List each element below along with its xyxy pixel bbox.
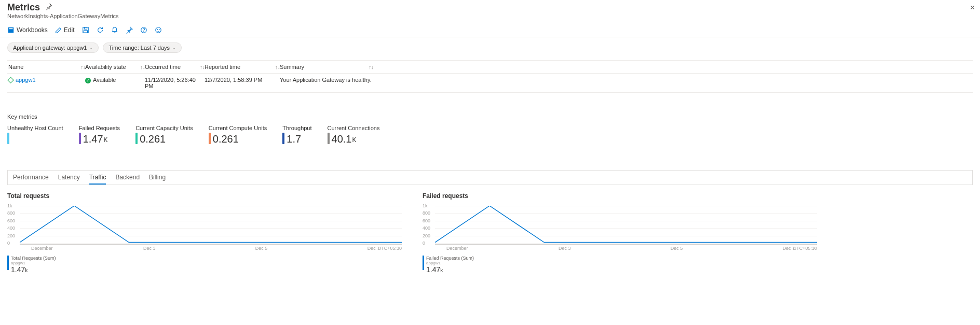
tab-traffic[interactable]: Traffic: [89, 174, 106, 185]
y-tick: 1k: [7, 203, 12, 208]
y-tick: 200: [7, 233, 15, 238]
help-icon[interactable]: [140, 26, 147, 34]
y-tick: 800: [423, 210, 430, 216]
y-tick: 0: [423, 241, 425, 246]
svg-rect-4: [84, 31, 87, 33]
table-row: appgw1 ✓Available 11/12/2020, 5:26:40 PM…: [7, 73, 973, 92]
chart-line: [435, 206, 817, 243]
y-tick: 600: [423, 218, 430, 223]
legend-bar: [423, 256, 424, 270]
metric-value: 1.7: [287, 134, 301, 144]
x-tick: Dec 5: [671, 246, 683, 251]
y-tick: 0: [7, 241, 10, 246]
x-axis: DecemberDec 3Dec 5Dec 7UTC+05:30: [20, 244, 402, 252]
metric-suffix: [11, 144, 12, 144]
metric-label: Unhealthy Host Count: [7, 125, 63, 131]
resource-table: Name↑↓ Availability state↑↓ Occurred tim…: [7, 60, 973, 93]
feedback-icon[interactable]: [155, 26, 162, 34]
metric-bar: [7, 133, 9, 144]
metric-suffix: K: [103, 136, 108, 144]
metric-suffix: [239, 144, 239, 144]
key-metrics-row: Unhealthy Host Count Failed Requests 1.4…: [0, 125, 980, 144]
sort-icon: ↑↓: [369, 64, 373, 70]
alert-icon[interactable]: [111, 26, 118, 34]
metric-value: 0.261: [140, 134, 166, 144]
workbooks-button[interactable]: Workbooks: [7, 26, 48, 34]
save-icon[interactable]: [82, 26, 89, 34]
pin-icon[interactable]: [45, 3, 52, 12]
resource-link[interactable]: appgw1: [16, 77, 36, 83]
sort-icon: ↑↓: [200, 64, 205, 70]
table-header: Name↑↓ Availability state↑↓ Occurred tim…: [7, 61, 973, 73]
chart-block: Failed requests 02004006008001k December…: [423, 192, 817, 274]
col-availability[interactable]: Availability state↑↓: [85, 64, 145, 70]
y-tick: 1k: [423, 203, 428, 208]
edit-button[interactable]: Edit: [55, 26, 75, 34]
metric-bar: [135, 133, 138, 144]
tab-billing[interactable]: Billing: [149, 174, 166, 185]
metric-card[interactable]: Current Capacity Units 0.261: [135, 125, 193, 144]
metric-value: 0.261: [213, 134, 239, 144]
tabs-container: PerformanceLatencyTrafficBackendBilling: [7, 170, 973, 185]
metric-card[interactable]: Current Compute Units 0.261: [209, 125, 267, 144]
tab-backend[interactable]: Backend: [115, 174, 140, 185]
chart-title: Total requests: [7, 192, 402, 200]
x-tick: Dec 3: [143, 246, 156, 251]
metric-bar: [209, 133, 211, 144]
grid-line: [435, 243, 817, 244]
tab-latency[interactable]: Latency: [58, 174, 80, 185]
metric-suffix: [166, 144, 166, 144]
col-name[interactable]: Name↑↓: [7, 64, 85, 70]
page-subtitle: NetworkInsights-ApplicationGatewayMetric…: [7, 13, 973, 19]
x-tick: December: [446, 246, 468, 251]
close-icon[interactable]: ×: [970, 3, 975, 12]
col-reported[interactable]: Reported time↑↓: [205, 64, 280, 70]
svg-rect-0: [8, 27, 14, 33]
metric-bar: [79, 133, 81, 144]
metric-suffix: K: [351, 136, 356, 144]
metric-card[interactable]: Throughput 1.7: [282, 125, 311, 144]
metric-card[interactable]: Unhealthy Host Count: [7, 125, 63, 144]
metric-label: Current Connections: [328, 125, 380, 131]
legend-title: Total Requests (Sum): [11, 256, 56, 261]
filter-timerange-label: Time range: Last 7 days: [108, 45, 170, 51]
tab-performance[interactable]: Performance: [13, 174, 49, 185]
legend-sub: appgw1: [426, 261, 474, 265]
chart-area[interactable]: 02004006008001k DecemberDec 3Dec 5Dec 7U…: [7, 206, 402, 252]
metric-suffix: [301, 144, 302, 144]
legend-value: 1.47k: [426, 265, 474, 274]
pin-toolbar-icon[interactable]: [126, 26, 133, 34]
toolbar: Workbooks Edit: [0, 22, 980, 37]
page-header: Metrics NetworkInsights-ApplicationGatew…: [0, 0, 980, 19]
col-summary[interactable]: Summary↑↓: [280, 64, 373, 70]
page-title: Metrics: [7, 2, 40, 13]
summary-text: Your Application Gateway is healthy.: [280, 77, 372, 89]
metric-card[interactable]: Failed Requests 1.47 K: [79, 125, 120, 144]
filter-timerange[interactable]: Time range: Last 7 days ⌄: [103, 43, 182, 53]
chart-legend: Failed Requests (Sum) appgw1 1.47k: [423, 256, 817, 274]
filter-gateway[interactable]: Application gateway: appgw1 ⌄: [7, 43, 99, 53]
legend-sub: appgw1: [11, 261, 56, 265]
chart-area[interactable]: 02004006008001k DecemberDec 3Dec 5Dec 7U…: [423, 206, 817, 252]
availability-text: Available: [93, 77, 116, 83]
tabs: PerformanceLatencyTrafficBackendBilling: [8, 171, 972, 185]
filter-gateway-label: Application gateway: appgw1: [13, 45, 87, 51]
x-tick: December: [31, 246, 53, 251]
metric-value: 40.1: [332, 134, 352, 144]
svg-rect-1: [9, 29, 13, 30]
y-tick: 400: [7, 225, 15, 231]
occurred-text: 11/12/2020, 5:26:40 PM: [145, 77, 205, 89]
chart-title: Failed requests: [423, 192, 817, 200]
refresh-icon[interactable]: [97, 26, 104, 34]
legend-value: 1.47k: [11, 265, 56, 274]
available-icon: ✓: [85, 78, 91, 83]
y-tick: 600: [7, 218, 15, 223]
svg-rect-3: [84, 27, 87, 30]
metric-label: Throughput: [282, 125, 311, 131]
sort-icon: ↑↓: [140, 64, 145, 70]
sort-icon: ↑↓: [275, 64, 280, 70]
metric-bar: [328, 133, 330, 144]
metric-card[interactable]: Current Connections 40.1 K: [328, 125, 380, 144]
col-occurred[interactable]: Occurred time↑↓: [145, 64, 205, 70]
metric-label: Current Compute Units: [209, 125, 267, 131]
